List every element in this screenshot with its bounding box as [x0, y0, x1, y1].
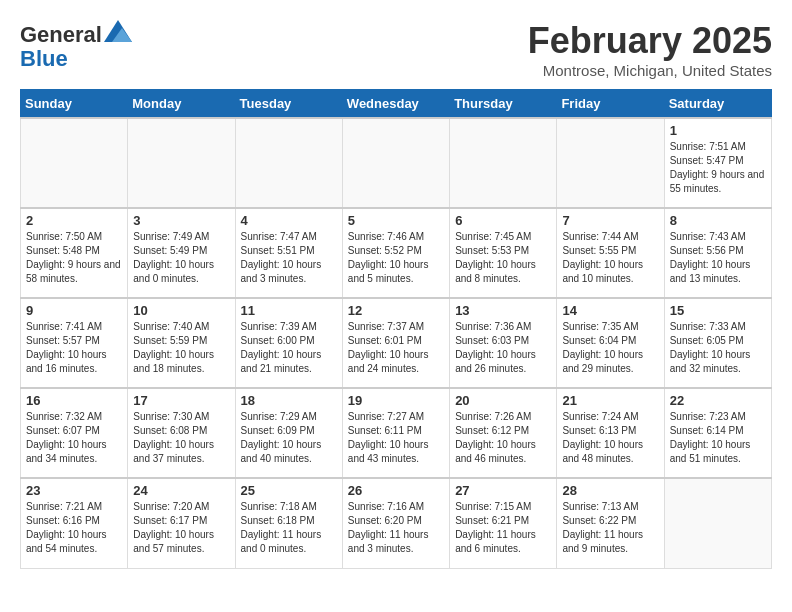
day-number: 7 — [562, 213, 658, 228]
day-number: 1 — [670, 123, 766, 138]
day-number: 10 — [133, 303, 229, 318]
day-info: Sunrise: 7:21 AM Sunset: 6:16 PM Dayligh… — [26, 500, 122, 556]
day-info: Sunrise: 7:29 AM Sunset: 6:09 PM Dayligh… — [241, 410, 337, 466]
day-info: Sunrise: 7:24 AM Sunset: 6:13 PM Dayligh… — [562, 410, 658, 466]
day-info: Sunrise: 7:40 AM Sunset: 5:59 PM Dayligh… — [133, 320, 229, 376]
calendar-cell: 27Sunrise: 7:15 AM Sunset: 6:21 PM Dayli… — [450, 478, 557, 568]
calendar-subtitle: Montrose, Michigan, United States — [528, 62, 772, 79]
logo-icon — [104, 20, 132, 42]
calendar-cell: 22Sunrise: 7:23 AM Sunset: 6:14 PM Dayli… — [664, 388, 771, 478]
calendar-cell: 13Sunrise: 7:36 AM Sunset: 6:03 PM Dayli… — [450, 298, 557, 388]
day-number: 20 — [455, 393, 551, 408]
day-header-friday: Friday — [557, 90, 664, 119]
logo-general: General — [20, 22, 102, 47]
calendar-cell: 1Sunrise: 7:51 AM Sunset: 5:47 PM Daylig… — [664, 118, 771, 208]
calendar-cell: 14Sunrise: 7:35 AM Sunset: 6:04 PM Dayli… — [557, 298, 664, 388]
day-number: 13 — [455, 303, 551, 318]
day-number: 5 — [348, 213, 444, 228]
calendar-cell: 9Sunrise: 7:41 AM Sunset: 5:57 PM Daylig… — [21, 298, 128, 388]
day-info: Sunrise: 7:50 AM Sunset: 5:48 PM Dayligh… — [26, 230, 122, 286]
day-info: Sunrise: 7:47 AM Sunset: 5:51 PM Dayligh… — [241, 230, 337, 286]
calendar-cell: 6Sunrise: 7:45 AM Sunset: 5:53 PM Daylig… — [450, 208, 557, 298]
day-info: Sunrise: 7:43 AM Sunset: 5:56 PM Dayligh… — [670, 230, 766, 286]
calendar-cell — [128, 118, 235, 208]
calendar-cell: 24Sunrise: 7:20 AM Sunset: 6:17 PM Dayli… — [128, 478, 235, 568]
week-row-2: 2Sunrise: 7:50 AM Sunset: 5:48 PM Daylig… — [21, 208, 772, 298]
day-number: 19 — [348, 393, 444, 408]
page-header: General Blue February 2025 Montrose, Mic… — [20, 20, 772, 79]
calendar-cell: 28Sunrise: 7:13 AM Sunset: 6:22 PM Dayli… — [557, 478, 664, 568]
title-area: February 2025 Montrose, Michigan, United… — [528, 20, 772, 79]
day-number: 12 — [348, 303, 444, 318]
calendar-cell: 15Sunrise: 7:33 AM Sunset: 6:05 PM Dayli… — [664, 298, 771, 388]
day-info: Sunrise: 7:45 AM Sunset: 5:53 PM Dayligh… — [455, 230, 551, 286]
day-number: 4 — [241, 213, 337, 228]
calendar-table: SundayMondayTuesdayWednesdayThursdayFrid… — [20, 89, 772, 569]
day-number: 27 — [455, 483, 551, 498]
calendar-cell — [664, 478, 771, 568]
day-number: 17 — [133, 393, 229, 408]
day-info: Sunrise: 7:46 AM Sunset: 5:52 PM Dayligh… — [348, 230, 444, 286]
calendar-cell: 7Sunrise: 7:44 AM Sunset: 5:55 PM Daylig… — [557, 208, 664, 298]
day-info: Sunrise: 7:32 AM Sunset: 6:07 PM Dayligh… — [26, 410, 122, 466]
calendar-cell: 26Sunrise: 7:16 AM Sunset: 6:20 PM Dayli… — [342, 478, 449, 568]
day-number: 24 — [133, 483, 229, 498]
calendar-cell: 12Sunrise: 7:37 AM Sunset: 6:01 PM Dayli… — [342, 298, 449, 388]
calendar-cell: 4Sunrise: 7:47 AM Sunset: 5:51 PM Daylig… — [235, 208, 342, 298]
day-info: Sunrise: 7:41 AM Sunset: 5:57 PM Dayligh… — [26, 320, 122, 376]
day-number: 28 — [562, 483, 658, 498]
day-number: 3 — [133, 213, 229, 228]
calendar-cell: 18Sunrise: 7:29 AM Sunset: 6:09 PM Dayli… — [235, 388, 342, 478]
day-info: Sunrise: 7:37 AM Sunset: 6:01 PM Dayligh… — [348, 320, 444, 376]
day-info: Sunrise: 7:20 AM Sunset: 6:17 PM Dayligh… — [133, 500, 229, 556]
day-number: 18 — [241, 393, 337, 408]
calendar-cell: 25Sunrise: 7:18 AM Sunset: 6:18 PM Dayli… — [235, 478, 342, 568]
calendar-cell: 21Sunrise: 7:24 AM Sunset: 6:13 PM Dayli… — [557, 388, 664, 478]
day-header-tuesday: Tuesday — [235, 90, 342, 119]
day-info: Sunrise: 7:27 AM Sunset: 6:11 PM Dayligh… — [348, 410, 444, 466]
day-number: 26 — [348, 483, 444, 498]
calendar-cell — [235, 118, 342, 208]
day-info: Sunrise: 7:51 AM Sunset: 5:47 PM Dayligh… — [670, 140, 766, 196]
day-number: 6 — [455, 213, 551, 228]
day-info: Sunrise: 7:16 AM Sunset: 6:20 PM Dayligh… — [348, 500, 444, 556]
day-number: 23 — [26, 483, 122, 498]
day-number: 2 — [26, 213, 122, 228]
week-row-4: 16Sunrise: 7:32 AM Sunset: 6:07 PM Dayli… — [21, 388, 772, 478]
logo: General Blue — [20, 20, 132, 71]
day-info: Sunrise: 7:49 AM Sunset: 5:49 PM Dayligh… — [133, 230, 229, 286]
day-info: Sunrise: 7:18 AM Sunset: 6:18 PM Dayligh… — [241, 500, 337, 556]
day-number: 8 — [670, 213, 766, 228]
day-number: 15 — [670, 303, 766, 318]
day-header-saturday: Saturday — [664, 90, 771, 119]
day-info: Sunrise: 7:13 AM Sunset: 6:22 PM Dayligh… — [562, 500, 658, 556]
calendar-cell: 16Sunrise: 7:32 AM Sunset: 6:07 PM Dayli… — [21, 388, 128, 478]
calendar-cell: 20Sunrise: 7:26 AM Sunset: 6:12 PM Dayli… — [450, 388, 557, 478]
calendar-cell: 19Sunrise: 7:27 AM Sunset: 6:11 PM Dayli… — [342, 388, 449, 478]
day-info: Sunrise: 7:26 AM Sunset: 6:12 PM Dayligh… — [455, 410, 551, 466]
day-info: Sunrise: 7:36 AM Sunset: 6:03 PM Dayligh… — [455, 320, 551, 376]
day-header-sunday: Sunday — [21, 90, 128, 119]
day-info: Sunrise: 7:15 AM Sunset: 6:21 PM Dayligh… — [455, 500, 551, 556]
logo-blue: Blue — [20, 46, 68, 71]
calendar-cell: 17Sunrise: 7:30 AM Sunset: 6:08 PM Dayli… — [128, 388, 235, 478]
calendar-cell: 5Sunrise: 7:46 AM Sunset: 5:52 PM Daylig… — [342, 208, 449, 298]
day-number: 11 — [241, 303, 337, 318]
calendar-cell: 11Sunrise: 7:39 AM Sunset: 6:00 PM Dayli… — [235, 298, 342, 388]
day-info: Sunrise: 7:39 AM Sunset: 6:00 PM Dayligh… — [241, 320, 337, 376]
day-number: 9 — [26, 303, 122, 318]
week-row-5: 23Sunrise: 7:21 AM Sunset: 6:16 PM Dayli… — [21, 478, 772, 568]
day-number: 14 — [562, 303, 658, 318]
calendar-cell: 10Sunrise: 7:40 AM Sunset: 5:59 PM Dayli… — [128, 298, 235, 388]
calendar-cell: 23Sunrise: 7:21 AM Sunset: 6:16 PM Dayli… — [21, 478, 128, 568]
day-header-thursday: Thursday — [450, 90, 557, 119]
calendar-cell — [21, 118, 128, 208]
day-info: Sunrise: 7:33 AM Sunset: 6:05 PM Dayligh… — [670, 320, 766, 376]
day-number: 21 — [562, 393, 658, 408]
week-row-1: 1Sunrise: 7:51 AM Sunset: 5:47 PM Daylig… — [21, 118, 772, 208]
day-info: Sunrise: 7:35 AM Sunset: 6:04 PM Dayligh… — [562, 320, 658, 376]
day-number: 22 — [670, 393, 766, 408]
day-info: Sunrise: 7:44 AM Sunset: 5:55 PM Dayligh… — [562, 230, 658, 286]
calendar-cell — [557, 118, 664, 208]
calendar-cell: 2Sunrise: 7:50 AM Sunset: 5:48 PM Daylig… — [21, 208, 128, 298]
